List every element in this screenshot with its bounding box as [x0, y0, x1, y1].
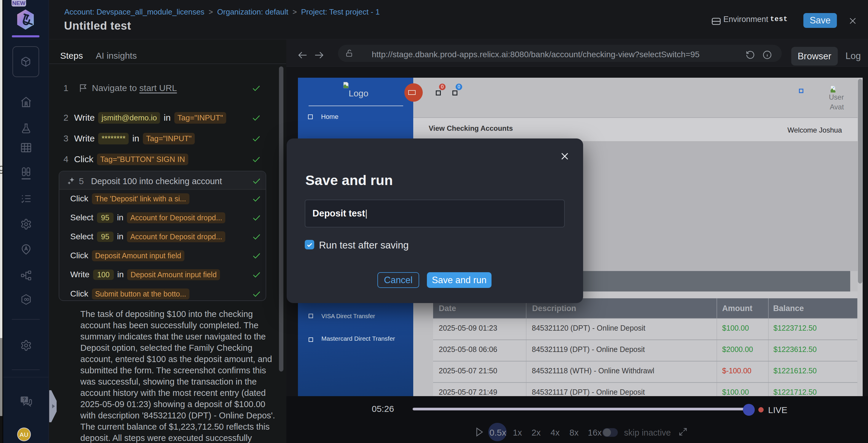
svg-text:?: ?	[23, 397, 26, 403]
